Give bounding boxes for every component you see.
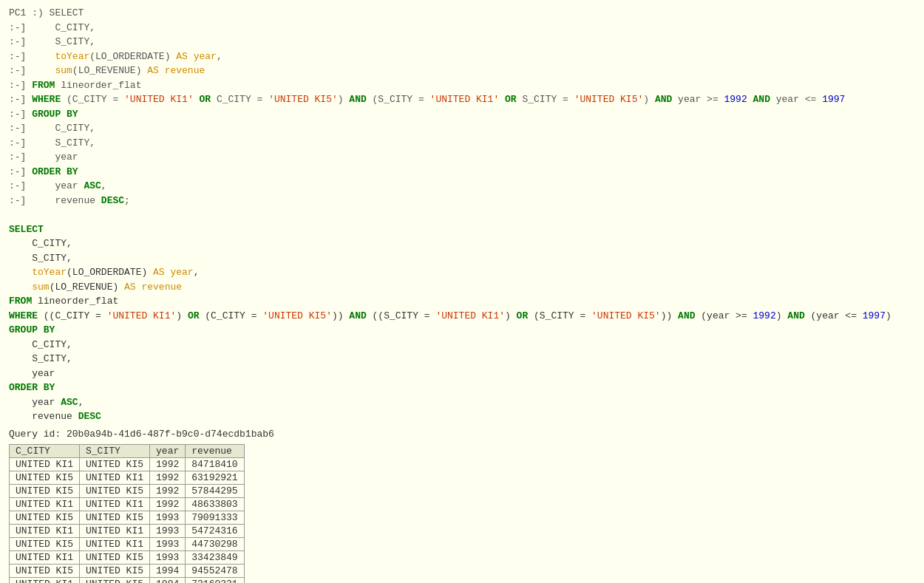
table-cell: UNITED KI1: [80, 471, 150, 484]
table-cell: 1992: [150, 471, 186, 484]
result-table: C_CITY S_CITY year revenue UNITED KI1UNI…: [9, 444, 245, 584]
table-row: UNITED KI5UNITED KI1199263192921: [10, 471, 245, 484]
col-header-year: year: [150, 444, 186, 457]
table-cell: 57844295: [186, 484, 244, 497]
table-cell: UNITED KI5: [10, 564, 80, 577]
table-cell: UNITED KI5: [80, 511, 150, 524]
table-cell: 1993: [150, 537, 186, 550]
table-cell: UNITED KI1: [10, 457, 80, 471]
table-cell: 79091333: [186, 511, 244, 524]
table-cell: UNITED KI1: [10, 497, 80, 511]
table-row: UNITED KI1UNITED KI5199284718410: [10, 457, 245, 471]
table-cell: 1992: [150, 484, 186, 497]
table-cell: UNITED KI1: [10, 524, 80, 537]
table-cell: UNITED KI1: [80, 537, 150, 550]
col-header-revenue: revenue: [186, 444, 244, 457]
table-cell: UNITED KI5: [10, 471, 80, 484]
table-cell: 1993: [150, 550, 186, 564]
table-cell: UNITED KI5: [80, 457, 150, 471]
table-cell: UNITED KI5: [80, 564, 150, 577]
table-cell: 84718410: [186, 457, 244, 471]
table-cell: UNITED KI5: [10, 484, 80, 497]
table-cell: 44730298: [186, 537, 244, 550]
table-header-row: C_CITY S_CITY year revenue: [10, 444, 245, 457]
table-cell: UNITED KI1: [80, 524, 150, 537]
query-id: Query id: 20b0a94b-41d6-487f-b9c0-d74ecd…: [9, 429, 915, 440]
table-row: UNITED KI5UNITED KI5199494552478: [10, 564, 245, 577]
table-cell: UNITED KI1: [10, 550, 80, 564]
table-cell: 63192921: [186, 471, 244, 484]
table-cell: 48633803: [186, 497, 244, 511]
table-cell: UNITED KI5: [80, 484, 150, 497]
table-row: UNITED KI5UNITED KI1199344730298: [10, 537, 245, 550]
table-cell: UNITED KI5: [80, 550, 150, 564]
table-cell: 72160331: [186, 577, 244, 583]
main-query: SELECT C_CITY, S_CITY, toYear(LO_ORDERDA…: [9, 208, 915, 424]
table-cell: UNITED KI1: [80, 497, 150, 511]
table-row: UNITED KI1UNITED KI1199248633803: [10, 497, 245, 511]
table-cell: 1992: [150, 457, 186, 471]
table-row: UNITED KI1UNITED KI1199354724316: [10, 524, 245, 537]
table-row: UNITED KI5UNITED KI5199257844295: [10, 484, 245, 497]
table-cell: UNITED KI5: [80, 577, 150, 583]
table-cell: 1992: [150, 497, 186, 511]
table-cell: 1994: [150, 577, 186, 583]
terminal-output: PC1 :) SELECT :-] C_CITY, :-] S_CITY, :-…: [9, 6, 915, 583]
table-cell: 94552478: [186, 564, 244, 577]
commented-query: PC1 :) SELECT :-] C_CITY, :-] S_CITY, :-…: [9, 6, 915, 208]
table-cell: 33423849: [186, 550, 244, 564]
table-row: UNITED KI5UNITED KI5199379091333: [10, 511, 245, 524]
col-header-ccity: C_CITY: [10, 444, 80, 457]
table-cell: 54724316: [186, 524, 244, 537]
table-cell: UNITED KI1: [10, 577, 80, 583]
table-cell: 1993: [150, 524, 186, 537]
table-row: UNITED KI1UNITED KI5199333423849: [10, 550, 245, 564]
table-cell: 1993: [150, 511, 186, 524]
table-cell: 1994: [150, 564, 186, 577]
table-cell: UNITED KI5: [10, 537, 80, 550]
table-row: UNITED KI1UNITED KI5199472160331: [10, 577, 245, 583]
table-cell: UNITED KI5: [10, 511, 80, 524]
col-header-scity: S_CITY: [80, 444, 150, 457]
